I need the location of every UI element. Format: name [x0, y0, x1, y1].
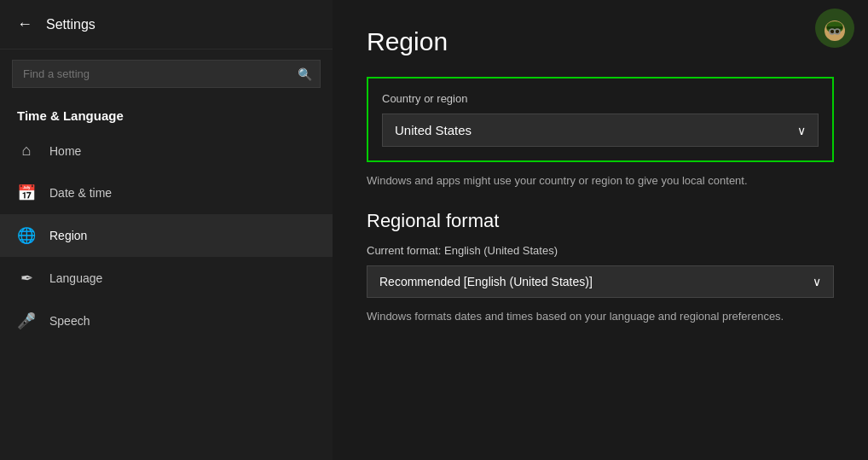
search-box-container: 🔍	[12, 60, 321, 88]
back-button[interactable]: ←	[14, 12, 36, 37]
sidebar-item-home-label: Home	[49, 144, 81, 158]
sidebar-item-region-label: Region	[49, 229, 87, 242]
page-title: Region	[367, 27, 834, 56]
sidebar-item-speech-label: Speech	[49, 314, 90, 328]
sidebar-item-language[interactable]: ✒ Language	[0, 257, 333, 300]
sidebar-item-date-time[interactable]: 📅 Date & time	[0, 172, 333, 214]
search-input[interactable]	[12, 60, 321, 88]
format-dropdown[interactable]: Recommended [English (United States)] ∨	[367, 265, 834, 298]
svg-point-3	[830, 30, 834, 33]
globe-icon: 🌐	[17, 226, 36, 245]
avatar-image	[819, 12, 851, 44]
svg-point-4	[836, 30, 839, 33]
speech-icon: 🎤	[17, 312, 36, 330]
chevron-down-icon: ∨	[797, 124, 806, 137]
svg-rect-2	[827, 26, 842, 29]
country-hint-text: Windows and apps might use your country …	[367, 172, 834, 189]
country-dropdown-value: United States	[395, 123, 472, 137]
sidebar-item-date-time-label: Date & time	[49, 186, 112, 200]
regional-format-title: Regional format	[367, 210, 834, 232]
back-icon: ←	[17, 15, 32, 33]
calendar-icon: 📅	[17, 183, 36, 202]
current-format-label: Current format: English (United States)	[367, 244, 834, 257]
sidebar-item-speech[interactable]: 🎤 Speech	[0, 300, 333, 342]
format-dropdown-value: Recommended [English (United States)]	[379, 275, 593, 288]
country-dropdown[interactable]: United States ∨	[382, 114, 819, 147]
country-region-section: Country or region United States ∨	[367, 77, 834, 162]
sidebar: ← Settings 🔍 Time & Language ⌂ Home 📅 Da…	[0, 0, 333, 460]
language-icon: ✒	[17, 269, 36, 288]
sidebar-title: Settings	[46, 17, 95, 32]
home-icon: ⌂	[17, 142, 36, 160]
sidebar-header: ← Settings	[0, 0, 333, 49]
sidebar-item-language-label: Language	[49, 271, 102, 285]
avatar	[815, 9, 854, 48]
main-content: Region Country or region United States ∨…	[333, 0, 868, 460]
sidebar-item-region[interactable]: 🌐 Region	[0, 214, 333, 257]
format-chevron-down-icon: ∨	[813, 275, 821, 288]
format-hint-text: Windows formats dates and times based on…	[367, 308, 834, 325]
nav-section-label: Time & Language	[0, 98, 333, 130]
sidebar-item-home[interactable]: ⌂ Home	[0, 130, 333, 172]
country-region-label: Country or region	[382, 92, 819, 105]
